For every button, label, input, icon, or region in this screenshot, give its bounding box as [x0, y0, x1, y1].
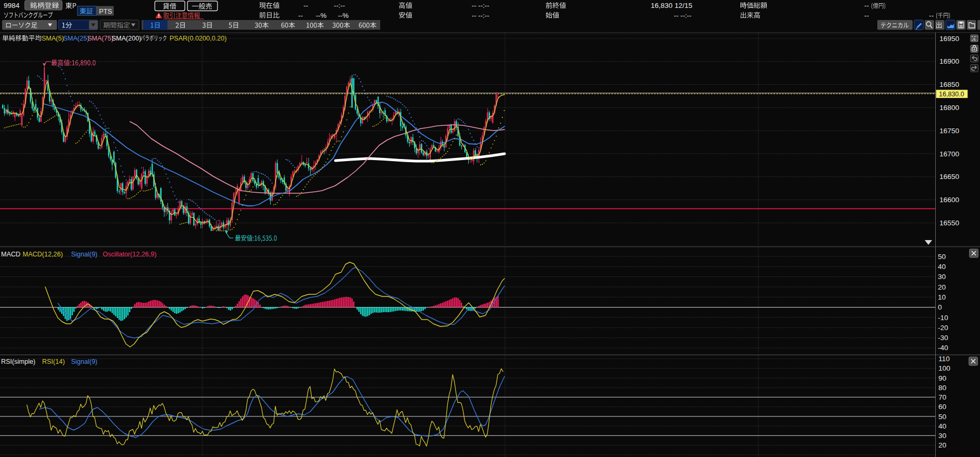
svg-text:--: --	[929, 12, 934, 19]
svg-text:110: 110	[938, 355, 950, 363]
svg-text:16600: 16600	[939, 196, 959, 204]
svg-text:12/15: 12/15	[675, 2, 692, 9]
svg-text:16,830.0: 16,830.0	[939, 91, 964, 98]
svg-text:--: --	[298, 12, 303, 19]
svg-text:-- --:--: -- --:--	[472, 2, 489, 9]
svg-text:--: --	[303, 2, 308, 9]
svg-text:20: 20	[938, 441, 946, 449]
svg-text:16550: 16550	[939, 219, 959, 227]
svg-text:16950: 16950	[939, 35, 959, 43]
svg-text:Signal(9): Signal(9)	[71, 358, 97, 365]
svg-text:100: 100	[938, 364, 951, 372]
svg-text:Signal(9): Signal(9)	[71, 251, 97, 258]
svg-text:-20: -20	[938, 324, 948, 332]
svg-text:16650: 16650	[939, 173, 959, 181]
svg-text:16850: 16850	[939, 81, 959, 88]
svg-text:16,830: 16,830	[651, 2, 672, 9]
svg-text:50: 50	[938, 413, 946, 421]
svg-text:RSI(14): RSI(14)	[42, 358, 65, 365]
svg-text:40: 40	[938, 422, 946, 430]
svg-text:30: 30	[938, 273, 946, 281]
svg-text:MACD(12,26): MACD(12,26)	[23, 251, 63, 258]
svg-text:SMA(5): SMA(5)	[42, 35, 64, 42]
svg-text:70: 70	[938, 393, 946, 401]
svg-text:--: --	[864, 12, 869, 19]
svg-text:40: 40	[938, 263, 946, 271]
svg-text:PTS: PTS	[99, 7, 112, 15]
svg-text:RSI(simple): RSI(simple)	[1, 358, 35, 365]
svg-text:16800: 16800	[939, 104, 959, 112]
svg-text:16700: 16700	[939, 150, 959, 158]
svg-text:-40: -40	[938, 344, 948, 352]
svg-text:16750: 16750	[939, 127, 959, 135]
svg-text:MACD: MACD	[1, 251, 21, 258]
svg-text:SMA(75): SMA(75)	[87, 35, 113, 42]
svg-text:90: 90	[938, 374, 946, 382]
svg-text:--%: --%	[316, 12, 327, 19]
svg-text:-- --:--: -- --:--	[674, 12, 691, 19]
svg-text:30: 30	[938, 432, 946, 440]
svg-text:-10: -10	[938, 314, 948, 322]
svg-text:-30: -30	[938, 334, 948, 342]
svg-text:50: 50	[938, 253, 946, 261]
svg-text:16900: 16900	[939, 57, 959, 65]
svg-text:60: 60	[938, 403, 946, 411]
svg-text:20: 20	[938, 283, 946, 291]
svg-text:80: 80	[938, 384, 946, 392]
svg-text:--: --	[864, 2, 869, 9]
svg-text:--%: --%	[338, 12, 349, 19]
svg-text:9984: 9984	[4, 2, 20, 9]
svg-text:0: 0	[938, 303, 942, 311]
svg-text:Oscillator(12,26,9): Oscillator(12,26,9)	[103, 251, 156, 258]
svg-text:PSAR(0.0200,0.20): PSAR(0.0200,0.20)	[170, 35, 226, 42]
svg-text:SMA(25): SMA(25)	[63, 35, 89, 42]
svg-text:SMA(200): SMA(200)	[112, 35, 141, 42]
svg-text:-- --:--: -- --:--	[472, 12, 489, 19]
svg-text:10: 10	[938, 293, 946, 301]
svg-text:--:--: --:--	[334, 2, 345, 9]
